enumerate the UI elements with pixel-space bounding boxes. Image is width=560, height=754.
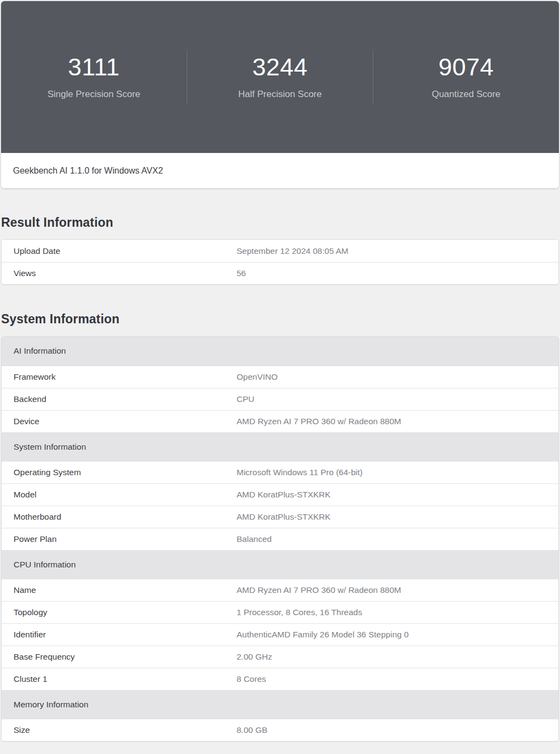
row-label: Cluster 1	[14, 674, 237, 684]
row-label: Backend	[14, 394, 237, 404]
table-row: NameAMD Ryzen AI 7 PRO 360 w/ Radeon 880…	[2, 579, 558, 601]
score-label: Half Precision Score	[187, 89, 373, 100]
score-summary: 3111Single Precision Score3244Half Preci…	[1, 1, 559, 153]
row-value: AMD Ryzen AI 7 PRO 360 w/ Radeon 880M	[237, 585, 558, 595]
row-value: AMD KoratPlus-STXKRK	[237, 490, 558, 500]
row-value: 56	[237, 269, 558, 278]
result-information-title: Result Information	[1, 215, 559, 229]
row-value: Balanced	[237, 534, 558, 544]
result-information-table: Upload DateSeptember 12 2024 08:05 AMVie…	[1, 239, 559, 285]
row-value: 8.00 GB	[237, 725, 558, 735]
row-value: AMD KoratPlus-STXKRK	[237, 512, 558, 522]
row-value: 1 Processor, 8 Cores, 16 Threads	[237, 608, 558, 617]
score-value: 3244	[187, 54, 373, 80]
row-label: Views	[14, 269, 237, 278]
row-label: Topology	[14, 608, 237, 617]
row-value: AuthenticAMD Family 26 Model 36 Stepping…	[237, 630, 558, 640]
row-label: Power Plan	[14, 534, 237, 544]
score-column: 9074Quantized Score	[373, 49, 559, 105]
table-row: Cluster 18 Cores	[2, 668, 558, 690]
benchmark-summary-card: 3111Single Precision Score3244Half Preci…	[1, 1, 559, 188]
benchmark-version-label: Geekbench AI 1.1.0 for Windows AVX2	[1, 153, 559, 188]
section-header-row: CPU Information	[2, 550, 558, 579]
row-label: Motherboard	[14, 512, 237, 522]
table-row: Base Frequency2.00 GHz	[2, 646, 558, 668]
row-value: 2.00 GHz	[237, 652, 558, 662]
row-label: Identifier	[14, 630, 237, 640]
table-row: BackendCPU	[2, 388, 558, 410]
table-row: ModelAMD KoratPlus-STXKRK	[2, 483, 558, 506]
row-value: Microsoft Windows 11 Pro (64-bit)	[237, 468, 558, 477]
score-value: 9074	[373, 54, 559, 80]
table-row: Power PlanBalanced	[2, 528, 558, 550]
score-label: Quantized Score	[373, 89, 559, 100]
row-label: Upload Date	[14, 246, 237, 256]
table-row: Topology1 Processor, 8 Cores, 16 Threads	[2, 601, 558, 623]
score-value: 3111	[1, 54, 187, 80]
section-header-row: System Information	[2, 432, 558, 461]
row-value: OpenVINO	[237, 372, 558, 382]
row-label: Base Frequency	[14, 652, 237, 662]
system-information-table: AI InformationFrameworkOpenVINOBackendCP…	[1, 336, 559, 742]
score-label: Single Precision Score	[1, 89, 187, 100]
page: 3111Single Precision Score3244Half Preci…	[0, 0, 560, 742]
row-label: Model	[14, 490, 237, 500]
score-column: 3111Single Precision Score	[1, 49, 187, 105]
section-header-row: Memory Information	[2, 690, 558, 719]
table-row: Upload DateSeptember 12 2024 08:05 AM	[2, 240, 558, 262]
score-column: 3244Half Precision Score	[187, 49, 373, 105]
row-label: Operating System	[14, 468, 237, 477]
row-value: September 12 2024 08:05 AM	[237, 246, 558, 256]
row-label: Name	[14, 585, 237, 595]
table-row: Operating SystemMicrosoft Windows 11 Pro…	[2, 461, 558, 483]
section-header-row: AI Information	[2, 337, 558, 366]
table-row: IdentifierAuthenticAMD Family 26 Model 3…	[2, 623, 558, 646]
table-row: DeviceAMD Ryzen AI 7 PRO 360 w/ Radeon 8…	[2, 410, 558, 432]
table-row: FrameworkOpenVINO	[2, 366, 558, 388]
row-value: AMD Ryzen AI 7 PRO 360 w/ Radeon 880M	[237, 417, 558, 426]
system-information-title: System Information	[1, 312, 559, 326]
table-row: MotherboardAMD KoratPlus-STXKRK	[2, 506, 558, 528]
table-row: Views56	[2, 262, 558, 284]
table-row: Size8.00 GB	[2, 719, 558, 741]
row-label: Size	[14, 725, 237, 735]
row-label: Framework	[14, 372, 237, 382]
row-value: 8 Cores	[237, 674, 558, 684]
row-value: CPU	[237, 394, 558, 404]
row-label: Device	[14, 417, 237, 426]
